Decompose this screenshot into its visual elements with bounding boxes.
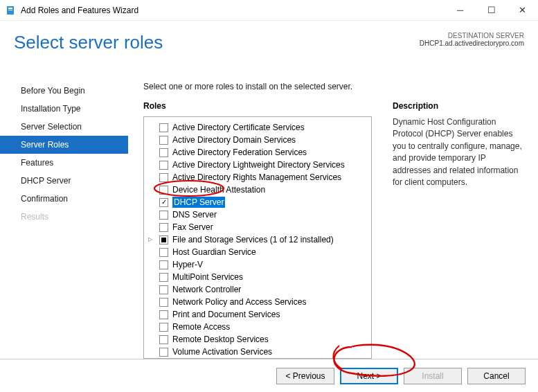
footer-buttons: < Previous Next > Install Cancel xyxy=(0,359,538,392)
destination-block: DESTINATION SERVER DHCP1.ad.activedirect… xyxy=(420,32,524,47)
role-row[interactable]: Fax Server xyxy=(147,221,368,233)
wizard-steps-sidebar: Before You BeginInstallation TypeServer … xyxy=(0,21,128,359)
heading-area: Select server roles DESTINATION SERVER D… xyxy=(14,32,524,53)
role-label: DNS Server xyxy=(172,209,217,220)
role-checkbox[interactable] xyxy=(159,335,168,344)
role-row[interactable]: Network Policy and Access Services xyxy=(147,296,368,308)
role-checkbox[interactable] xyxy=(159,323,168,332)
role-label: Print and Document Services xyxy=(172,309,280,320)
role-row[interactable]: File and Storage Services (1 of 12 insta… xyxy=(147,233,368,246)
role-checkbox[interactable] xyxy=(159,285,168,294)
role-checkbox[interactable] xyxy=(159,136,168,145)
minimize-button[interactable]: ─ xyxy=(445,1,476,20)
description-column: Description Dynamic Host Configuration P… xyxy=(393,101,526,359)
role-row[interactable]: Hyper-V xyxy=(147,258,368,271)
role-row[interactable]: Active Directory Domain Services xyxy=(147,134,368,146)
previous-button[interactable]: < Previous xyxy=(276,368,334,384)
role-row[interactable]: Active Directory Certificate Services xyxy=(147,121,368,134)
role-label: Active Directory Certificate Services xyxy=(172,122,305,133)
sidebar-item: Results xyxy=(0,208,128,226)
destination-server: DHCP1.ad.activedirectorypro.com xyxy=(420,39,524,47)
instruction-text: Select one or more roles to install on t… xyxy=(143,82,526,91)
destination-label: DESTINATION SERVER xyxy=(420,32,524,39)
wizard-icon xyxy=(6,5,17,16)
svg-rect-1 xyxy=(8,8,12,9)
role-checkbox[interactable] xyxy=(159,310,168,319)
role-row[interactable]: Network Controller xyxy=(147,283,368,296)
role-checkbox[interactable] xyxy=(159,273,168,282)
role-checkbox[interactable] xyxy=(159,298,168,307)
role-label: MultiPoint Services xyxy=(172,271,243,283)
install-button: Install xyxy=(404,368,462,384)
role-row[interactable]: Remote Desktop Services xyxy=(147,333,368,346)
description-label: Description xyxy=(393,101,526,111)
role-checkbox[interactable] xyxy=(159,211,168,220)
role-label: Network Policy and Access Services xyxy=(172,296,306,308)
role-row[interactable]: DHCP Server xyxy=(147,196,368,208)
role-row[interactable]: Active Directory Lightweight Directory S… xyxy=(147,159,368,171)
role-label: Remote Desktop Services xyxy=(172,334,269,345)
role-row[interactable]: Print and Document Services xyxy=(147,308,368,321)
description-text: Dynamic Host Configuration Protocol (DHC… xyxy=(393,116,526,188)
titlebar: Add Roles and Features Wizard ─ ☐ ✕ xyxy=(0,0,538,21)
close-button[interactable]: ✕ xyxy=(507,1,538,20)
role-row[interactable]: Host Guardian Service xyxy=(147,246,368,258)
sidebar-item[interactable]: Confirmation xyxy=(0,190,128,208)
role-label: Volume Activation Services xyxy=(172,346,272,357)
role-checkbox[interactable] xyxy=(159,186,168,195)
role-checkbox[interactable] xyxy=(159,123,168,132)
role-label: Remote Access xyxy=(172,321,230,332)
role-checkbox[interactable] xyxy=(159,260,168,269)
role-label: Active Directory Lightweight Directory S… xyxy=(172,159,345,170)
role-checkbox[interactable] xyxy=(159,198,168,207)
next-button[interactable]: Next > xyxy=(340,368,398,384)
role-checkbox[interactable] xyxy=(159,223,168,232)
roles-label: Roles xyxy=(143,101,372,111)
window-buttons: ─ ☐ ✕ xyxy=(445,1,538,20)
role-row[interactable]: DNS Server xyxy=(147,208,368,221)
sidebar-item[interactable]: Before You Begin xyxy=(0,82,128,100)
page-title: Select server roles xyxy=(14,32,163,53)
role-checkbox[interactable] xyxy=(159,348,168,357)
role-row[interactable]: Active Directory Federation Services xyxy=(147,146,368,159)
sidebar-item[interactable]: Installation Type xyxy=(0,100,128,118)
role-label: Fax Server xyxy=(172,222,213,233)
role-label: Device Health Attestation xyxy=(172,184,265,195)
svg-rect-2 xyxy=(8,10,12,10)
content-area: Select one or more roles to install on t… xyxy=(128,21,538,359)
roles-column: Roles Active Directory Certificate Servi… xyxy=(143,101,372,359)
role-label: Hyper-V xyxy=(172,259,203,270)
sidebar-item[interactable]: Features xyxy=(0,154,128,172)
role-label: Active Directory Federation Services xyxy=(172,147,307,158)
role-label: Host Guardian Service xyxy=(172,247,256,258)
role-checkbox[interactable] xyxy=(159,161,168,170)
role-row[interactable]: Active Directory Rights Management Servi… xyxy=(147,171,368,184)
main-area: Before You BeginInstallation TypeServer … xyxy=(0,21,538,359)
sidebar-item[interactable]: Server Selection xyxy=(0,118,128,136)
role-row[interactable]: MultiPoint Services xyxy=(147,271,368,283)
role-checkbox[interactable] xyxy=(159,235,168,244)
window-title: Add Roles and Features Wizard xyxy=(21,6,445,15)
role-row[interactable]: Remote Access xyxy=(147,321,368,333)
role-label: Active Directory Rights Management Servi… xyxy=(172,172,341,183)
maximize-button[interactable]: ☐ xyxy=(476,1,507,20)
columns: Roles Active Directory Certificate Servi… xyxy=(143,101,526,359)
role-row[interactable]: Device Health Attestation xyxy=(147,184,368,196)
sidebar-item[interactable]: Server Roles xyxy=(0,136,128,154)
role-checkbox[interactable] xyxy=(159,148,168,157)
role-row[interactable]: Volume Activation Services xyxy=(147,346,368,358)
sidebar-item[interactable]: DHCP Server xyxy=(0,172,128,190)
role-label: DHCP Server xyxy=(172,197,225,208)
roles-listbox[interactable]: Active Directory Certificate ServicesAct… xyxy=(143,116,372,359)
role-checkbox[interactable] xyxy=(159,173,168,182)
role-label: File and Storage Services (1 of 12 insta… xyxy=(172,234,334,245)
role-label: Network Controller xyxy=(172,284,241,295)
role-checkbox[interactable] xyxy=(159,248,168,257)
role-label: Active Directory Domain Services xyxy=(172,134,296,145)
cancel-button[interactable]: Cancel xyxy=(467,368,526,384)
